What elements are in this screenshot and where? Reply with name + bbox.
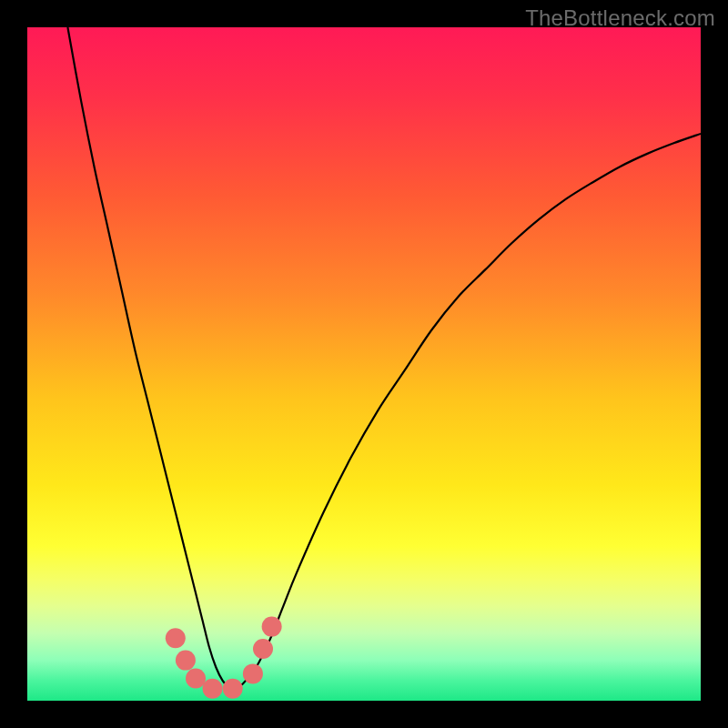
marker-right-1	[243, 663, 263, 683]
chart-svg	[27, 27, 701, 701]
marker-min-1	[203, 679, 223, 699]
plot-area	[27, 27, 701, 701]
marker-min-2	[223, 679, 243, 699]
marker-right-3	[262, 617, 282, 637]
marker-left-3	[186, 669, 206, 689]
chart-frame: TheBottleneck.com	[0, 0, 728, 728]
watermark: TheBottleneck.com	[525, 5, 715, 31]
gradient-background	[27, 27, 701, 701]
marker-left-2	[176, 651, 196, 671]
marker-left-1	[166, 628, 186, 648]
marker-right-2	[253, 639, 273, 659]
